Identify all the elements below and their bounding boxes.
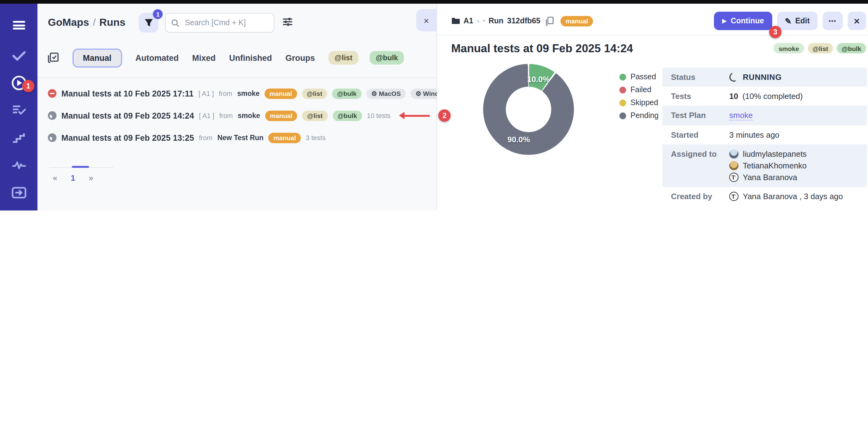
tab-manual[interactable]: Manual bbox=[72, 48, 122, 67]
badge-manual: manual bbox=[265, 88, 297, 99]
folder-icon bbox=[451, 17, 460, 25]
legend-item-failed: Failed bbox=[619, 85, 659, 94]
badge-manual: manual bbox=[265, 110, 298, 121]
continue-button[interactable]: ▶ Continue bbox=[714, 12, 772, 30]
search-input[interactable] bbox=[184, 18, 269, 28]
pagination-active-indicator bbox=[72, 166, 89, 168]
box-arrow-in-icon[interactable] bbox=[0, 182, 37, 203]
filter-button[interactable]: 1 bbox=[139, 13, 159, 33]
results-donut-chart: 10.0%90.0% bbox=[483, 64, 574, 155]
legend-item-pending: Pending bbox=[619, 111, 659, 120]
badge-@bulk: @bulk bbox=[332, 88, 362, 99]
badge-manual: manual bbox=[269, 133, 301, 143]
legend-item-passed: Passed bbox=[619, 73, 659, 81]
breadcrumb-project[interactable]: GoMaps bbox=[48, 17, 89, 28]
pagination-prev[interactable]: « bbox=[53, 173, 57, 183]
info-row-status: StatusRUNNING bbox=[662, 67, 867, 87]
run-source: New Test Run bbox=[217, 134, 264, 141]
run-list: Manual tests at 10 Feb 2025 17:11[ A1 ]f… bbox=[48, 82, 433, 149]
suite-ref: [ A1 ] bbox=[198, 90, 214, 97]
breadcrumb-project[interactable]: A1 bbox=[463, 17, 473, 25]
more-button[interactable]: ••• bbox=[823, 12, 842, 30]
run-tags: smoke@list@bulk bbox=[774, 42, 866, 54]
stopped-status-icon bbox=[48, 89, 57, 98]
donut-slice-label: 10.0% bbox=[527, 74, 550, 84]
avatar-photo2 bbox=[729, 161, 739, 170]
filter-count-badge: 1 bbox=[153, 9, 163, 19]
check-icon[interactable] bbox=[0, 46, 37, 66]
tests-count: 10 tests bbox=[367, 112, 391, 119]
annotation-arrow bbox=[404, 115, 430, 116]
funnel-icon bbox=[144, 18, 153, 27]
close-button[interactable]: ✕ bbox=[847, 12, 866, 30]
badge-@list: @list bbox=[808, 43, 833, 54]
play-icon: ▶ bbox=[722, 18, 726, 24]
edit-button[interactable]: ✎ Edit bbox=[777, 12, 818, 30]
run-row[interactable]: Manual tests at 09 Feb 2025 13:25fromNew… bbox=[48, 127, 433, 149]
chart-legend: PassedFailedSkippedPending bbox=[619, 73, 659, 120]
run-type-badge: manual bbox=[561, 16, 593, 26]
run-id[interactable]: 312dfb65 bbox=[507, 17, 540, 25]
legend-item-skipped: Skipped bbox=[619, 99, 659, 107]
tests-count: 3 tests bbox=[306, 134, 326, 141]
runs-list-panel: GoMaps/Runs 1 × ManualAutomatedMixedUnfi… bbox=[37, 4, 437, 210]
run-detail-panel: A1 › • Run 312dfb65 manual ▶ Continue ✎ … bbox=[437, 4, 868, 210]
badge-@list: @list bbox=[302, 88, 327, 99]
tag-filter-@bulk[interactable]: @bulk bbox=[370, 51, 404, 64]
annotation-badge-3: 3 bbox=[769, 26, 781, 38]
tab-unfinished[interactable]: Unfinished bbox=[229, 53, 272, 62]
copy-icon[interactable] bbox=[546, 16, 554, 26]
steps-icon[interactable] bbox=[0, 127, 37, 148]
badge-@list: @list bbox=[302, 110, 328, 121]
annotation-badge-1: 1 bbox=[22, 80, 34, 92]
run-row[interactable]: Manual tests at 09 Feb 2025 14:24[ A1 ]f… bbox=[48, 105, 433, 127]
copy-check-icon[interactable] bbox=[48, 52, 59, 63]
adjustments-icon[interactable] bbox=[283, 17, 293, 29]
spinner-icon bbox=[728, 71, 740, 83]
list-check-icon[interactable] bbox=[0, 100, 37, 120]
run-title: Manual tests at 09 Feb 2025 14:24 bbox=[451, 42, 633, 55]
test-plan-link[interactable]: smoke bbox=[729, 111, 753, 120]
run-title: Manual tests at 09 Feb 2025 14:24 bbox=[61, 111, 194, 120]
run-info-table: StatusRUNNINGTests10 (10% completed)Test… bbox=[662, 67, 867, 206]
avatar-logo: T bbox=[729, 192, 739, 201]
divider bbox=[37, 78, 436, 78]
badge-@bulk: @bulk bbox=[837, 43, 866, 54]
bar-chart-icon[interactable] bbox=[0, 209, 37, 210]
tab-automated[interactable]: Automated bbox=[135, 53, 179, 62]
breadcrumb: GoMaps/Runs bbox=[48, 17, 126, 29]
run-row[interactable]: Manual tests at 10 Feb 2025 17:11[ A1 ]f… bbox=[48, 82, 433, 105]
info-row-tests: Tests10 (10% completed) bbox=[662, 87, 867, 106]
search-icon bbox=[172, 19, 180, 27]
info-row-test-plan: Test Plansmoke bbox=[662, 106, 867, 125]
app-window: 1 ⚙ ? T GoMaps/Runs bbox=[0, 0, 868, 210]
run-type-tabs: ManualAutomatedMixedUnfinishedGroups @li… bbox=[48, 44, 430, 71]
badge-@bulk: @bulk bbox=[333, 110, 362, 121]
pagination: « 1 » bbox=[53, 173, 93, 183]
avatar-logo: T bbox=[729, 173, 739, 182]
run-title: Manual tests at 09 Feb 2025 13:25 bbox=[61, 133, 194, 142]
menu-icon[interactable] bbox=[0, 15, 37, 36]
running-status-icon bbox=[48, 111, 57, 120]
info-row-created-by: Created byTYana Baranova , 3 days ago bbox=[662, 187, 867, 206]
tab-mixed[interactable]: Mixed bbox=[192, 53, 216, 62]
tab-groups[interactable]: Groups bbox=[285, 53, 315, 62]
run-source: smoke bbox=[238, 112, 260, 119]
run-breadcrumb: A1 › • Run 312dfb65 manual bbox=[451, 16, 593, 26]
activity-icon[interactable] bbox=[0, 155, 37, 176]
info-row-assigned-to: Assigned toliudmylastepanetsTetianaKhome… bbox=[662, 144, 867, 187]
breadcrumb-page[interactable]: Runs bbox=[99, 17, 126, 28]
divider bbox=[437, 35, 868, 36]
pagination-next[interactable]: » bbox=[89, 173, 93, 183]
badge-MacOS: ⚙ MacOS bbox=[367, 88, 406, 99]
pagination-page-1[interactable]: 1 bbox=[71, 173, 75, 183]
top-edge-strip bbox=[0, 0, 868, 4]
search-box bbox=[165, 13, 275, 33]
donut-slice-label: 90.0% bbox=[507, 135, 530, 144]
tag-filter-@list[interactable]: @list bbox=[329, 51, 359, 64]
run-title: Manual tests at 10 Feb 2025 17:11 bbox=[61, 89, 194, 98]
avatar-photo1 bbox=[729, 149, 739, 159]
panel-close-button[interactable]: × bbox=[416, 9, 436, 31]
info-row-started: Started3 minutes ago bbox=[662, 125, 867, 144]
pencil-icon: ✎ bbox=[785, 16, 792, 26]
